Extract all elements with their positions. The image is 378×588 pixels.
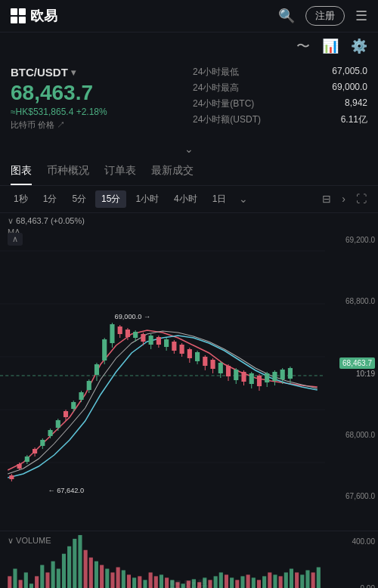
- svg-rect-104: [127, 574, 131, 588]
- svg-rect-135: [295, 572, 299, 588]
- collapse-button[interactable]: ⌄: [0, 140, 378, 158]
- expand-icon[interactable]: ›: [338, 191, 349, 206]
- svg-rect-69: [249, 373, 254, 384]
- search-icon[interactable]: 🔍: [278, 8, 295, 24]
- svg-rect-103: [122, 570, 125, 588]
- price-left: BTC/USDT ▾ 68,463.7 ≈HK$531,865.4 +2.18%…: [11, 66, 185, 131]
- watermark-logo-icon: [170, 580, 181, 588]
- menu-icon[interactable]: ☰: [355, 8, 367, 24]
- settings-icon[interactable]: ⚙️: [351, 38, 367, 54]
- svg-rect-91: [57, 568, 60, 588]
- svg-rect-15: [40, 440, 45, 446]
- price-section: BTC/USDT ▾ 68,463.7 ≈HK$531,865.4 +2.18%…: [0, 60, 378, 140]
- chart-container[interactable]: ∨ 68,463.7 (+0.05%) MA ∧: [0, 213, 378, 531]
- svg-rect-49: [172, 342, 176, 351]
- svg-rect-53: [187, 349, 192, 358]
- svg-rect-82: [8, 576, 11, 588]
- svg-rect-97: [89, 557, 93, 588]
- hk-price: ≈HK$531,865.4 +2.18%: [11, 107, 185, 117]
- svg-rect-88: [40, 565, 44, 588]
- svg-rect-63: [226, 366, 231, 376]
- svg-rect-92: [62, 553, 66, 588]
- fullscreen-icon[interactable]: ⛶: [352, 191, 370, 206]
- interval-1m[interactable]: 1分: [37, 190, 64, 208]
- price-level-4: 68,000.0: [330, 431, 375, 439]
- register-button[interactable]: 注册: [305, 6, 345, 26]
- svg-rect-79: [288, 368, 293, 379]
- low-value: 67,005.0: [332, 66, 367, 79]
- low-label: 24小时最低: [193, 66, 239, 79]
- svg-rect-35: [118, 326, 122, 334]
- svg-rect-47: [164, 339, 169, 347]
- svg-rect-105: [132, 577, 136, 588]
- chart-type-icon[interactable]: 〜: [296, 37, 310, 55]
- svg-rect-29: [94, 364, 99, 375]
- tab-trades[interactable]: 最新成交: [151, 158, 194, 185]
- svg-rect-96: [84, 550, 88, 588]
- interval-4h[interactable]: 4小时: [168, 190, 203, 208]
- svg-rect-139: [317, 567, 321, 588]
- watermark-text: 欧易: [184, 578, 208, 588]
- svg-rect-67: [241, 372, 246, 382]
- svg-rect-51: [180, 345, 184, 354]
- current-time-tag: 10:19: [356, 370, 375, 378]
- svg-rect-138: [311, 572, 315, 588]
- svg-rect-136: [300, 574, 304, 588]
- svg-rect-137: [305, 570, 309, 588]
- svg-rect-90: [51, 561, 55, 588]
- svg-rect-98: [94, 561, 98, 588]
- high-value: 69,000.0: [332, 82, 367, 94]
- stat-vol-usdt: 24小时额(USDT) 6.11亿: [193, 113, 367, 126]
- interval-5m[interactable]: 5分: [66, 190, 92, 208]
- svg-rect-110: [160, 574, 163, 588]
- high-label: 24小时最高: [193, 82, 239, 94]
- pair-dropdown-icon[interactable]: ▾: [71, 67, 76, 78]
- header: 欧易 🔍 注册 ☰: [0, 0, 378, 32]
- indicator-icon[interactable]: 📊: [322, 38, 339, 54]
- svg-rect-27: [87, 381, 91, 390]
- svg-rect-21: [64, 411, 68, 417]
- tab-orderbook[interactable]: 订单表: [104, 158, 136, 185]
- volume-axis: 400.00 0.00: [327, 531, 378, 588]
- logo: 欧易: [11, 7, 57, 25]
- chart-collapse-icon[interactable]: ∧: [8, 233, 23, 246]
- interval-1d[interactable]: 1日: [206, 190, 233, 208]
- interval-15m[interactable]: 15分: [95, 190, 126, 208]
- tab-chart[interactable]: 图表: [11, 158, 32, 185]
- svg-rect-23: [71, 402, 76, 409]
- svg-rect-11: [25, 456, 29, 462]
- svg-rect-61: [218, 363, 223, 373]
- svg-rect-121: [219, 572, 223, 588]
- interval-1h[interactable]: 1小时: [129, 190, 165, 208]
- vol-btc-value: 8,942: [345, 97, 367, 110]
- interval-1s[interactable]: 1秒: [8, 190, 34, 208]
- candle-type-icon[interactable]: ⊟: [318, 191, 335, 206]
- stat-high: 24小时最高 69,000.0: [193, 82, 367, 94]
- svg-rect-133: [284, 572, 288, 588]
- svg-rect-43: [149, 336, 153, 345]
- svg-rect-125: [240, 576, 244, 588]
- btc-label: 比特币 价格 ↗: [11, 119, 185, 131]
- svg-rect-9: [17, 464, 22, 469]
- interval-dropdown-icon[interactable]: ⌄: [235, 191, 252, 206]
- pair-text: BTC/USDT: [11, 66, 68, 79]
- svg-rect-86: [29, 583, 33, 588]
- svg-rect-130: [268, 572, 271, 588]
- svg-rect-109: [154, 576, 158, 588]
- svg-rect-100: [105, 568, 109, 588]
- stat-low: 24小时最低 67,005.0: [193, 66, 367, 79]
- svg-rect-39: [133, 332, 138, 338]
- svg-rect-99: [100, 565, 104, 588]
- svg-rect-127: [252, 577, 256, 588]
- watermark: 欧易: [170, 578, 208, 588]
- vol-usdt-label: 24小时额(USDT): [193, 113, 261, 126]
- svg-rect-111: [165, 577, 169, 588]
- logo-text: 欧易: [30, 7, 57, 25]
- svg-rect-129: [262, 576, 266, 588]
- price-stats: 24小时最低 67,005.0 24小时最高 69,000.0 24小时量(BT…: [193, 66, 367, 131]
- stat-vol-btc: 24小时量(BTC) 8,942: [193, 97, 367, 110]
- pair-label[interactable]: BTC/USDT ▾: [11, 66, 185, 79]
- tab-overview[interactable]: 币种概况: [47, 158, 89, 185]
- svg-rect-65: [234, 370, 238, 380]
- svg-rect-131: [273, 574, 277, 588]
